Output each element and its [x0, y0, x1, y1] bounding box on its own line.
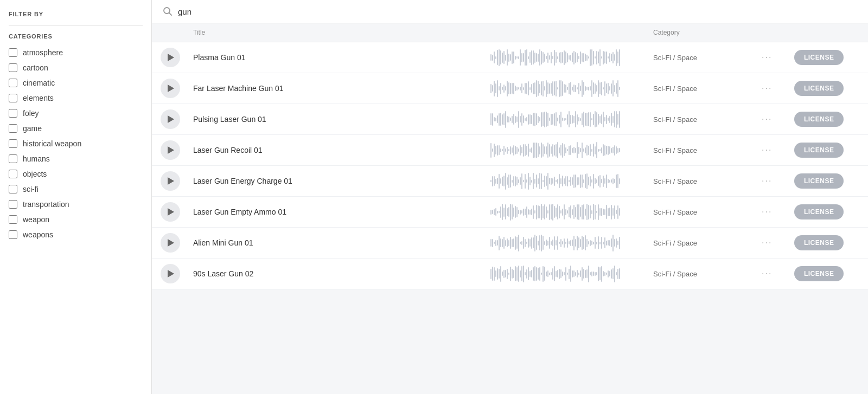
waveform — [490, 202, 653, 222]
category-item-historical-weapon[interactable]: historical weapon — [9, 136, 143, 151]
track-title: Laser Gun Recoil 01 — [193, 146, 490, 154]
category-item-objects[interactable]: objects — [9, 166, 143, 182]
table-row: Far Laser Machine Gun 01Sci-Fi / Space··… — [152, 73, 868, 104]
play-button[interactable] — [161, 48, 180, 67]
license-button[interactable]: LICENSE — [794, 204, 844, 219]
license-button[interactable]: LICENSE — [794, 81, 844, 96]
license-button[interactable]: LICENSE — [794, 266, 844, 281]
col-category-header: Category — [653, 29, 762, 36]
play-button[interactable] — [161, 140, 180, 160]
play-icon — [168, 270, 174, 277]
more-options-button[interactable]: ··· — [762, 53, 772, 62]
track-category: Sci-Fi / Space — [653, 146, 762, 154]
category-item-cinematic[interactable]: cinematic — [9, 75, 143, 91]
more-options-button[interactable]: ··· — [762, 207, 772, 217]
play-icon — [168, 146, 174, 154]
track-category: Sci-Fi / Space — [653, 239, 762, 247]
category-item-sci-fi[interactable]: sci-fi — [9, 182, 143, 197]
waveform — [490, 264, 653, 283]
waveform — [490, 233, 653, 253]
category-label-transportation: transportation — [23, 200, 69, 209]
track-title: Alien Mini Gun 01 — [193, 238, 490, 247]
category-label-weapon: weapon — [23, 215, 49, 224]
license-button[interactable]: LICENSE — [794, 143, 844, 158]
search-icon — [163, 7, 173, 16]
table-row: Laser Gun Recoil 01Sci-Fi / Space···LICE… — [152, 135, 868, 166]
checkbox-transportation[interactable] — [9, 200, 17, 209]
track-category: Sci-Fi / Space — [653, 177, 762, 185]
checkbox-weapon[interactable] — [9, 215, 17, 224]
track-category: Sci-Fi / Space — [653, 85, 762, 93]
category-label-elements: elements — [23, 94, 54, 102]
category-label-historical-weapon: historical weapon — [23, 139, 81, 148]
table-row: Laser Gun Empty Ammo 01Sci-Fi / Space···… — [152, 197, 868, 228]
table-container: Title Category Plasma Gun 01Sci-Fi / Spa… — [152, 23, 868, 394]
table-row: Laser Gun Energy Charge 01Sci-Fi / Space… — [152, 166, 868, 197]
play-icon — [168, 115, 174, 123]
track-title: 90s Laser Gun 02 — [193, 269, 490, 278]
more-options-button[interactable]: ··· — [762, 145, 772, 155]
track-category: Sci-Fi / Space — [653, 115, 762, 124]
play-icon — [168, 239, 174, 247]
license-button[interactable]: LICENSE — [794, 173, 844, 189]
checkbox-cinematic[interactable] — [9, 79, 17, 87]
category-item-game[interactable]: game — [9, 121, 143, 136]
category-item-foley[interactable]: foley — [9, 106, 143, 121]
waveform — [490, 171, 653, 191]
checkbox-elements[interactable] — [9, 94, 17, 102]
checkbox-game[interactable] — [9, 124, 17, 133]
track-category: Sci-Fi / Space — [653, 54, 762, 62]
search-bar — [152, 0, 868, 23]
sidebar: FILTER BY CATEGORIES atmospherecartoonci… — [0, 0, 152, 394]
categories-label: CATEGORIES — [9, 33, 143, 40]
more-options-button[interactable]: ··· — [762, 114, 772, 124]
checkbox-objects[interactable] — [9, 170, 17, 178]
play-button[interactable] — [161, 109, 180, 129]
play-button[interactable] — [161, 264, 180, 283]
play-icon — [168, 54, 174, 61]
track-title: Far Laser Machine Gun 01 — [193, 84, 490, 93]
checkbox-atmosphere[interactable] — [9, 48, 17, 57]
waveform — [490, 109, 653, 129]
category-item-humans[interactable]: humans — [9, 151, 143, 166]
more-options-button[interactable]: ··· — [762, 176, 772, 186]
category-item-atmosphere[interactable]: atmosphere — [9, 45, 143, 60]
category-label-foley: foley — [23, 109, 39, 118]
checkbox-sci-fi[interactable] — [9, 185, 17, 193]
play-button[interactable] — [161, 202, 180, 222]
checkbox-humans[interactable] — [9, 154, 17, 163]
more-options-button[interactable]: ··· — [762, 269, 772, 279]
play-icon — [168, 177, 174, 185]
category-item-transportation[interactable]: transportation — [9, 197, 143, 212]
more-options-button[interactable]: ··· — [762, 83, 772, 93]
checkbox-historical-weapon[interactable] — [9, 139, 17, 148]
search-input[interactable] — [178, 7, 341, 16]
license-button[interactable]: LICENSE — [794, 112, 844, 127]
category-label-weapons: weapons — [23, 230, 53, 239]
license-button[interactable]: LICENSE — [794, 235, 844, 250]
waveform — [490, 48, 653, 67]
checkbox-foley[interactable] — [9, 109, 17, 118]
table-row: 90s Laser Gun 02Sci-Fi / Space···LICENSE — [152, 259, 868, 289]
svg-line-1 — [169, 13, 172, 16]
waveform — [490, 140, 653, 160]
play-button[interactable] — [161, 171, 180, 191]
category-label-atmosphere: atmosphere — [23, 48, 63, 57]
play-button[interactable] — [161, 79, 180, 98]
main-content: Title Category Plasma Gun 01Sci-Fi / Spa… — [152, 0, 868, 394]
track-category: Sci-Fi / Space — [653, 208, 762, 216]
checkbox-weapons[interactable] — [9, 230, 17, 239]
license-button[interactable]: LICENSE — [794, 50, 844, 65]
play-button[interactable] — [161, 233, 180, 253]
track-category: Sci-Fi / Space — [653, 270, 762, 278]
more-options-button[interactable]: ··· — [762, 238, 772, 248]
sidebar-divider — [9, 25, 143, 25]
category-item-weapons[interactable]: weapons — [9, 227, 143, 242]
filter-by-label: FILTER BY — [9, 11, 143, 17]
waveform — [490, 79, 653, 98]
col-title-header: Title — [193, 29, 490, 36]
checkbox-cartoon[interactable] — [9, 63, 17, 72]
category-item-cartoon[interactable]: cartoon — [9, 60, 143, 75]
category-item-elements[interactable]: elements — [9, 91, 143, 106]
category-item-weapon[interactable]: weapon — [9, 212, 143, 227]
